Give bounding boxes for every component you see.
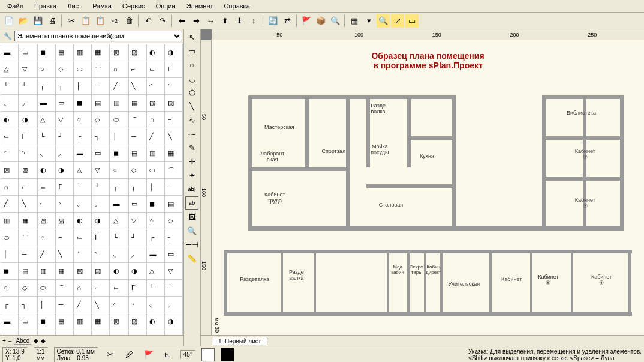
- symbol-item[interactable]: ▨: [92, 262, 110, 280]
- symbol-item[interactable]: △: [1, 330, 19, 335]
- symbol-item[interactable]: ▬: [1, 44, 19, 62]
- symbol-item[interactable]: ◞: [165, 296, 183, 314]
- arc-tool[interactable]: ◡: [185, 72, 198, 85]
- lib-add-button[interactable]: +: [2, 337, 6, 344]
- symbol-item[interactable]: │: [74, 77, 92, 95]
- fullscreen-button[interactable]: ▭: [405, 14, 419, 28]
- menu-edit[interactable]: Правка: [29, 1, 61, 11]
- symbol-item[interactable]: ⬭: [110, 111, 128, 129]
- component-button[interactable]: 📦: [314, 14, 327, 28]
- symbol-item[interactable]: ⌒: [165, 161, 183, 179]
- freehand-tool[interactable]: ✎: [185, 141, 198, 154]
- symbol-item[interactable]: △: [74, 161, 92, 179]
- symbol-item[interactable]: ▦: [128, 94, 146, 112]
- library-dropdown[interactable]: Элементы планов помещений(сим: [14, 31, 182, 41]
- symbol-item[interactable]: ◝: [92, 246, 110, 264]
- symbol-item[interactable]: ⌒: [55, 279, 73, 297]
- symbol-item[interactable]: △: [110, 212, 128, 230]
- symbol-item[interactable]: ⌙: [74, 229, 92, 247]
- symbol-item[interactable]: ◞: [19, 94, 37, 112]
- symbol-item[interactable]: ∩: [37, 229, 55, 247]
- rect-tool[interactable]: ▭: [185, 44, 198, 58]
- symbol-item[interactable]: └: [37, 128, 55, 146]
- symbol-item[interactable]: ─: [19, 246, 37, 264]
- dropdown-icon[interactable]: ▾: [362, 14, 375, 28]
- symbol-item[interactable]: ◇: [55, 330, 73, 335]
- symbol-item[interactable]: ▦: [92, 44, 110, 62]
- polygon-tool[interactable]: ⬠: [185, 86, 198, 99]
- symbol-item[interactable]: ┘: [165, 279, 183, 297]
- symbol-item[interactable]: ⬭: [146, 161, 164, 179]
- symbol-item[interactable]: ▥: [1, 212, 19, 230]
- symbol-item[interactable]: ┘: [128, 229, 146, 247]
- symbol-item[interactable]: ◝: [19, 145, 37, 163]
- delete-button[interactable]: 🗑: [122, 14, 136, 28]
- symbol-item[interactable]: ┘: [55, 128, 73, 146]
- symbol-item[interactable]: ◜: [74, 246, 92, 264]
- symbol-item[interactable]: Γ: [165, 61, 183, 79]
- symbol-item[interactable]: ⌐: [92, 279, 110, 297]
- symbol-item[interactable]: ▧: [37, 212, 55, 230]
- symbol-item[interactable]: ╱: [146, 128, 164, 146]
- symbol-item[interactable]: ⌐: [19, 178, 37, 196]
- align-bottom-button[interactable]: ⬇: [233, 14, 246, 28]
- symbol-item[interactable]: ▬: [110, 195, 128, 213]
- symbol-item[interactable]: ─: [165, 178, 183, 196]
- symbol-item[interactable]: ▧: [110, 313, 128, 331]
- menu-options[interactable]: Опции: [151, 1, 180, 11]
- align-middle-button[interactable]: ↕: [247, 14, 260, 28]
- dimension-tool[interactable]: ⊢⊣: [185, 238, 198, 251]
- menu-element[interactable]: Элемент: [182, 1, 218, 11]
- cut-button[interactable]: ✂: [65, 14, 78, 28]
- symbol-item[interactable]: ⌐: [55, 229, 73, 247]
- symbol-item[interactable]: ▤: [19, 262, 37, 280]
- menu-sheet[interactable]: Лист: [62, 1, 86, 11]
- symbol-item[interactable]: ▬: [74, 145, 92, 163]
- symbol-item[interactable]: ⌒: [19, 229, 37, 247]
- symbol-item[interactable]: ◼: [37, 44, 55, 62]
- symbol-item[interactable]: ╲: [92, 296, 110, 314]
- node-tool[interactable]: ✦: [185, 169, 198, 182]
- symbol-item[interactable]: ◐: [146, 44, 164, 62]
- symbol-item[interactable]: │: [110, 128, 128, 146]
- symbol-item[interactable]: Γ: [55, 178, 73, 196]
- lib-remove-button[interactable]: –: [8, 337, 12, 344]
- symbol-item[interactable]: ▽: [128, 212, 146, 230]
- symbol-item[interactable]: ⌙: [37, 178, 55, 196]
- point-tool[interactable]: ✛: [185, 155, 198, 168]
- symbol-item[interactable]: ◐: [1, 111, 19, 129]
- symbol-item[interactable]: ◜: [1, 145, 19, 163]
- open-button[interactable]: 📂: [17, 14, 30, 28]
- copy-button[interactable]: 📋: [79, 14, 92, 28]
- symbol-item[interactable]: ⌐: [128, 330, 146, 335]
- symbol-item[interactable]: ◐: [37, 161, 55, 179]
- symbol-item[interactable]: ▽: [55, 111, 73, 129]
- align-right-button[interactable]: ➡: [189, 14, 203, 28]
- symbol-item[interactable]: ◇: [92, 111, 110, 129]
- symbol-item[interactable]: Γ: [128, 279, 146, 297]
- symbol-item[interactable]: ◇: [165, 212, 183, 230]
- polyline-tool[interactable]: ∿: [185, 113, 198, 127]
- symbol-item[interactable]: ▽: [165, 262, 183, 280]
- symbol-item[interactable]: ◼: [146, 195, 164, 213]
- status-fill[interactable]: [221, 348, 234, 361]
- symbol-item[interactable]: ◑: [92, 212, 110, 230]
- symbol-item[interactable]: ╲: [55, 246, 73, 264]
- status-tool2[interactable]: 🖊: [123, 348, 136, 361]
- symbol-item[interactable]: ┘: [92, 178, 110, 196]
- symbol-item[interactable]: ▦: [92, 313, 110, 331]
- symbol-item[interactable]: ∩: [110, 330, 128, 335]
- symbol-item[interactable]: ◼: [37, 313, 55, 331]
- print-button[interactable]: 🖨: [46, 14, 59, 28]
- symbol-item[interactable]: ∩: [110, 61, 128, 79]
- symbol-item[interactable]: ─: [55, 296, 73, 314]
- menu-frame[interactable]: Рамка: [88, 1, 116, 11]
- symbol-item[interactable]: ▥: [74, 313, 92, 331]
- symbol-item[interactable]: ╲: [128, 77, 146, 95]
- align-left-button[interactable]: ⬅: [175, 14, 188, 28]
- symbol-item[interactable]: ▭: [19, 313, 37, 331]
- rotate-button[interactable]: 🔄: [266, 14, 279, 28]
- symbol-item[interactable]: ⌙: [146, 61, 164, 79]
- symbol-item[interactable]: ▬: [1, 313, 19, 331]
- symbol-item[interactable]: ○: [74, 111, 92, 129]
